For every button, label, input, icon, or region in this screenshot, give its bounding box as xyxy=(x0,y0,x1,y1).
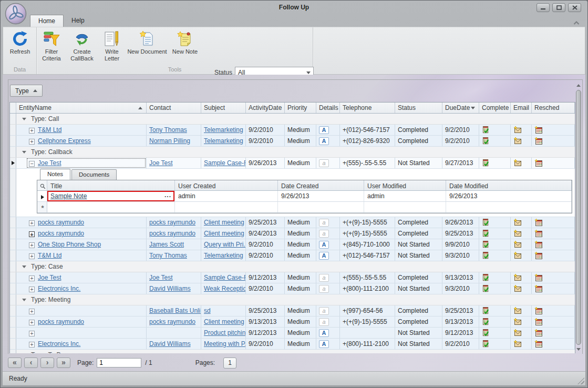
cell-status[interactable]: Not Started xyxy=(395,250,442,261)
cell-activitydate[interactable]: 9/2/2010 xyxy=(246,283,285,294)
cell-details center[interactable]: A xyxy=(316,339,340,349)
cell-complete center[interactable] xyxy=(479,305,511,316)
subject-link[interactable]: Query with Pri... xyxy=(204,241,246,248)
cell-status[interactable]: Not Started xyxy=(395,239,442,250)
subject-link[interactable]: sd xyxy=(204,307,211,314)
cell-complete center[interactable] xyxy=(479,125,511,135)
cell-resched center[interactable] xyxy=(532,125,575,135)
cell-resched center[interactable] xyxy=(532,136,575,146)
column-header-duedate[interactable]: DueDate xyxy=(442,103,479,113)
cell-contact[interactable] xyxy=(147,328,201,338)
cell-email center[interactable] xyxy=(511,250,532,261)
ribbon-button-write-letter[interactable]: Write Letter xyxy=(99,29,125,62)
column-header-telephone[interactable]: Telephone xyxy=(340,103,395,113)
cell-duedate[interactable]: 9/25/2013 xyxy=(442,305,479,316)
note-ellipsis-button[interactable]: ... xyxy=(164,191,171,199)
cell-activitydate[interactable]: 9/25/2013 xyxy=(246,305,285,316)
cell-details center[interactable]: a xyxy=(316,316,340,327)
cell-email center[interactable] xyxy=(511,228,532,239)
cell-telephone[interactable]: +(555)-.55-5.55 xyxy=(340,272,395,283)
cell-activitydate[interactable]: 9/2/2010 xyxy=(246,136,285,146)
group-row-type-meeting[interactable]: Type: Meeting xyxy=(10,294,575,305)
column-header-details[interactable]: Details xyxy=(316,103,340,113)
cell-contact[interactable]: James Scott xyxy=(147,239,201,250)
cell-duedate[interactable]: 9/27/2013 xyxy=(442,158,479,168)
cell-priority[interactable]: Medium xyxy=(285,305,316,316)
grid-row[interactable]: +Electronics Inc.David WilliamsWeak Rece… xyxy=(10,283,575,294)
subject-link[interactable]: Client meeting xyxy=(204,230,244,237)
cell-contact[interactable]: David Williams xyxy=(147,339,201,349)
details-active-icon[interactable]: A xyxy=(319,137,329,145)
cell-contact[interactable]: pocks raymundo xyxy=(147,316,201,327)
ribbon-button-filter-criteria[interactable]: Filter Criteria xyxy=(38,29,65,62)
expand-row-icon[interactable]: + xyxy=(29,128,35,134)
notes-new-row-cell[interactable] xyxy=(446,202,572,212)
grid-row[interactable]: +Product pitching9/12/2013MediumANot Sta… xyxy=(10,328,575,339)
grid-row[interactable]: +Cellphone ExpressNorman PillingTelemark… xyxy=(10,136,575,147)
cell-email center[interactable] xyxy=(511,328,532,338)
cell-contact[interactable]: Tony Thomas xyxy=(147,125,201,135)
cell-details center[interactable]: A xyxy=(316,125,340,135)
cell-status[interactable]: Completed xyxy=(395,305,442,316)
cell-resched center[interactable] xyxy=(532,217,575,228)
cell-activitydate[interactable]: 9/13/2013 xyxy=(246,316,285,327)
subject-link[interactable]: Sample Case-F... xyxy=(204,159,246,167)
cell-status[interactable]: Completed xyxy=(395,316,442,327)
notes-column-header-date-created[interactable]: Date Created xyxy=(278,180,364,190)
cell-priority[interactable]: Medium xyxy=(285,250,316,261)
column-header-email[interactable]: Email xyxy=(511,103,532,113)
group-expanded-icon[interactable] xyxy=(22,266,26,268)
cell-entityname[interactable]: + xyxy=(16,305,147,316)
expand-row-icon[interactable]: + xyxy=(29,342,35,348)
cell-telephone[interactable]: +(800)-111-2100 xyxy=(340,339,395,349)
details-active-icon[interactable]: A xyxy=(319,241,329,249)
minimize-button[interactable] xyxy=(537,3,550,12)
page-number-input[interactable] xyxy=(97,358,141,367)
cell-priority[interactable]: Medium xyxy=(285,328,316,338)
expand-row-icon[interactable]: + xyxy=(29,309,35,314)
vertical-scrollbar[interactable] xyxy=(575,81,582,354)
cell-complete center[interactable] xyxy=(479,272,511,283)
subject-link[interactable]: Telemarketing xyxy=(204,126,243,134)
cell-priority[interactable]: Medium xyxy=(285,283,316,294)
grid-row[interactable]: −Joe TestJoe TestSample Case-F...9/26/20… xyxy=(10,158,575,169)
contact-link[interactable]: pocks raymundo xyxy=(149,318,195,325)
details-inactive-icon[interactable]: a xyxy=(319,219,329,227)
cell-resched center[interactable] xyxy=(532,316,575,327)
details-inactive-icon[interactable]: a xyxy=(319,230,329,238)
cell-activitydate[interactable]: 9/2/2010 xyxy=(246,125,285,135)
cell-details center[interactable]: a xyxy=(316,272,340,283)
entity-link[interactable]: Joe Test xyxy=(38,159,61,167)
resize-grip[interactable] xyxy=(577,377,584,384)
cell-duedate[interactable]: 9/2/2010 xyxy=(442,125,479,135)
cell-duedate[interactable]: 9/2/2010 xyxy=(442,136,479,146)
cell-telephone[interactable]: +(012)-546-7157 xyxy=(340,125,395,135)
group-row-type-call[interactable]: Type: Call xyxy=(10,114,575,125)
cell-priority[interactable]: Medium xyxy=(285,217,316,228)
cell-telephone[interactable]: +(+(9)-15)-5555 xyxy=(340,228,395,239)
column-header-status[interactable]: Status xyxy=(395,103,442,113)
ribbon-button-refresh[interactable]: Refresh xyxy=(5,29,35,55)
expand-row-icon[interactable]: + xyxy=(29,242,35,248)
cell-telephone[interactable] xyxy=(340,328,395,338)
detail-tab-documents[interactable]: Documents xyxy=(71,169,117,180)
cell-resched center[interactable] xyxy=(532,272,575,283)
cell-subject[interactable]: Meeting with P... xyxy=(201,339,246,349)
cell-duedate[interactable]: 9/25/2013 xyxy=(442,228,479,239)
cell-contact[interactable]: David Williams xyxy=(147,283,201,294)
cell-details center[interactable]: a xyxy=(316,305,340,316)
cell-telephone[interactable]: +(845)-710-1000 xyxy=(340,239,395,250)
cell-details center[interactable]: a xyxy=(316,158,340,168)
cell-email center[interactable] xyxy=(511,125,532,135)
grid-row[interactable]: +Baseball Bats Unli...sd9/25/2013Mediuma… xyxy=(10,305,575,316)
subject-link[interactable]: Weak Reception xyxy=(204,285,246,292)
cell-email center[interactable] xyxy=(511,158,532,168)
cell-contact[interactable]: Tony Thomas xyxy=(147,250,201,261)
cell-activitydate[interactable]: 9/2/2010 xyxy=(246,239,285,250)
cell-subject[interactable]: Weak Reception xyxy=(201,283,246,294)
cell-email center[interactable] xyxy=(511,339,532,349)
cell-entityname[interactable]: −Joe Test xyxy=(16,158,147,168)
cell-resched center[interactable] xyxy=(532,283,575,294)
cell-entityname[interactable]: +One Stop Phone Shop xyxy=(16,239,147,250)
cell-resched center[interactable] xyxy=(532,305,575,316)
